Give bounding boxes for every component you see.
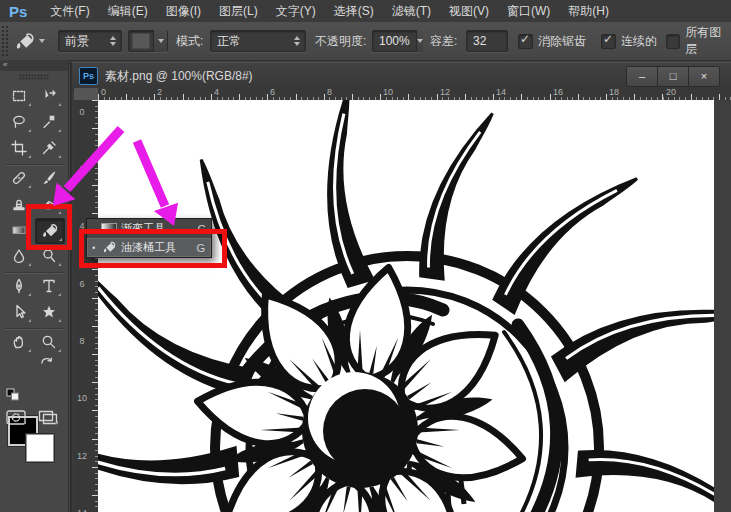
tool-pen[interactable] bbox=[5, 274, 33, 298]
screen-mode-button[interactable] bbox=[36, 408, 60, 426]
quick-mask-icon bbox=[6, 410, 26, 425]
opacity-label: 不透明度: bbox=[315, 30, 366, 52]
tool-preset-caret-icon bbox=[39, 39, 45, 43]
magic-wand-icon bbox=[41, 114, 57, 130]
default-colors-icon[interactable] bbox=[6, 388, 20, 401]
tool-zoom[interactable] bbox=[35, 330, 63, 354]
spinner-arrows-icon bbox=[110, 36, 116, 46]
rectangular-marquee-icon bbox=[11, 88, 27, 104]
tool-hand[interactable] bbox=[5, 330, 33, 354]
spot-healing-brush-icon bbox=[11, 170, 27, 186]
custom-shape-icon bbox=[41, 304, 57, 320]
paint-bucket-icon bbox=[14, 32, 36, 51]
lasso-icon bbox=[11, 114, 27, 130]
pattern-caret-icon bbox=[153, 30, 167, 52]
anti-alias-label: 消除锯齿 bbox=[538, 33, 586, 50]
crop-icon bbox=[11, 140, 27, 156]
menu-edit[interactable]: 编辑(E) bbox=[99, 0, 157, 22]
document-title: 素材.png @ 100%(RGB/8#) bbox=[105, 68, 253, 85]
type-tool-icon bbox=[41, 278, 57, 294]
document-tab[interactable]: Ps 素材.png @ 100%(RGB/8#) – □ × bbox=[72, 62, 731, 90]
document-canvas[interactable] bbox=[98, 100, 714, 512]
window-controls: – □ × bbox=[626, 66, 720, 87]
menu-select[interactable]: 选择(S) bbox=[325, 0, 383, 22]
menu-filter[interactable]: 滤镜(T) bbox=[383, 0, 440, 22]
menu-file[interactable]: 文件(F) bbox=[41, 0, 98, 22]
minimize-button[interactable]: – bbox=[627, 67, 658, 86]
fill-source-select[interactable]: 前景 bbox=[58, 30, 122, 52]
file-type-icon: Ps bbox=[79, 67, 98, 85]
anti-alias-checkbox[interactable]: ✓ 消除锯齿 bbox=[518, 30, 586, 52]
menu-window[interactable]: 窗口(W) bbox=[498, 0, 559, 22]
pattern-swatch bbox=[132, 33, 150, 49]
highlight-box-tool bbox=[26, 204, 72, 250]
eyedropper-icon bbox=[41, 140, 57, 156]
menu-bar: Ps 文件(F) 编辑(E) 图像(I) 图层(L) 文字(Y) 选择(S) 滤… bbox=[0, 0, 731, 23]
menu-type[interactable]: 文字(Y) bbox=[267, 0, 325, 22]
menu-help[interactable]: 帮助(H) bbox=[559, 0, 618, 22]
all-layers-checkbox[interactable]: ✓ 所有图层 bbox=[666, 30, 731, 52]
tool-custom-shape[interactable] bbox=[35, 300, 63, 324]
clone-stamp-icon bbox=[11, 196, 27, 212]
tool-brush[interactable] bbox=[35, 166, 63, 190]
tool-lasso[interactable] bbox=[5, 110, 33, 134]
vertical-ruler[interactable]: 0 2 4 6 8 10 12 14 bbox=[74, 100, 99, 512]
options-grip bbox=[1, 25, 8, 57]
hand-icon bbox=[11, 334, 27, 350]
gradient-icon bbox=[11, 222, 27, 238]
highlight-box-menu bbox=[79, 229, 227, 268]
swap-colors-icon[interactable] bbox=[40, 354, 56, 368]
checkbox-box: ✓ bbox=[666, 34, 680, 49]
dodge-icon bbox=[41, 248, 57, 264]
tool-options-bar: 前景 模式: 正常 不透明度: 100% 容差: 32 ✓ 消除锯齿 ✓ 连续的 bbox=[0, 22, 731, 61]
checkbox-box: ✓ bbox=[601, 34, 616, 49]
tolerance-field[interactable]: 32 bbox=[466, 30, 508, 52]
close-button[interactable]: × bbox=[689, 67, 719, 86]
mode-select[interactable]: 正常 bbox=[210, 30, 306, 52]
tool-rectangular-marquee[interactable] bbox=[5, 84, 33, 108]
panel-grip[interactable] bbox=[19, 74, 49, 80]
quick-mask-button[interactable] bbox=[4, 408, 28, 426]
panel-collapse-button[interactable]: « bbox=[0, 60, 68, 71]
tolerance-label: 容差: bbox=[430, 30, 457, 52]
tool-eyedropper[interactable] bbox=[35, 136, 63, 160]
move-icon bbox=[41, 88, 57, 104]
contiguous-checkbox[interactable]: ✓ 连续的 bbox=[601, 30, 657, 52]
tool-move[interactable] bbox=[35, 84, 63, 108]
zoom-icon bbox=[41, 334, 57, 350]
pen-icon bbox=[11, 278, 27, 294]
contiguous-label: 连续的 bbox=[621, 33, 657, 50]
active-tool-button[interactable] bbox=[14, 30, 45, 52]
opacity-field[interactable]: 100% bbox=[372, 30, 420, 52]
photoshop-window: Ps 文件(F) 编辑(E) 图像(I) 图层(L) 文字(Y) 选择(S) 滤… bbox=[0, 0, 731, 512]
tools-panel: « bbox=[0, 60, 69, 512]
menu-view[interactable]: 视图(V) bbox=[440, 0, 498, 22]
opacity-caret-icon bbox=[416, 30, 423, 52]
pasteboard bbox=[714, 100, 731, 512]
maximize-button[interactable]: □ bbox=[658, 67, 689, 86]
screen-mode-icon bbox=[38, 410, 58, 425]
document-window: Ps 素材.png @ 100%(RGB/8#) – □ × 0 2 4 6 8… bbox=[70, 62, 731, 512]
brush-icon bbox=[41, 170, 57, 186]
blur-icon bbox=[11, 248, 27, 264]
tool-crop[interactable] bbox=[5, 136, 33, 160]
tool-path-selection[interactable] bbox=[5, 300, 33, 324]
tool-magic-wand[interactable] bbox=[35, 110, 63, 134]
path-selection-icon bbox=[11, 304, 27, 320]
tool-horizontal-type[interactable] bbox=[35, 274, 63, 298]
menu-layer[interactable]: 图层(L) bbox=[210, 0, 267, 22]
tool-spot-healing-brush[interactable] bbox=[5, 166, 33, 190]
spinner-arrows-icon bbox=[294, 36, 300, 46]
all-layers-label: 所有图层 bbox=[685, 24, 731, 58]
flower-artwork bbox=[98, 100, 714, 512]
menu-image[interactable]: 图像(I) bbox=[157, 0, 210, 22]
checkbox-box: ✓ bbox=[518, 34, 533, 49]
photoshop-logo: Ps bbox=[9, 3, 27, 20]
mode-label: 模式: bbox=[176, 30, 203, 52]
pattern-swatch-select[interactable] bbox=[128, 30, 168, 52]
background-color-swatch[interactable] bbox=[26, 434, 54, 462]
